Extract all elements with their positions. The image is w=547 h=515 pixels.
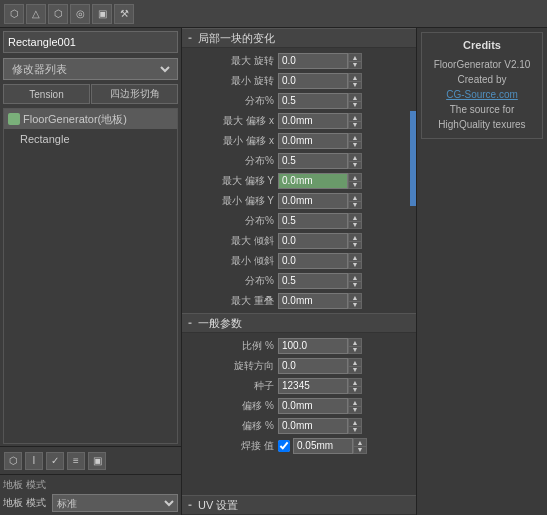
credits-body: FloorGenerator V2.10 Created by CG-Sourc… bbox=[428, 57, 536, 132]
section2-params: 比例 % ▲ ▼ 旋转方向 ▲ ▼ bbox=[182, 333, 416, 458]
spin-down-12[interactable]: ▼ bbox=[348, 301, 362, 309]
spin-up-s1[interactable]: ▲ bbox=[348, 358, 362, 366]
param-rotate-dir: 旋转方向 ▲ ▼ bbox=[188, 356, 410, 375]
spin-down-3[interactable]: ▼ bbox=[348, 121, 362, 129]
toolbar-icon-5[interactable]: ▣ bbox=[92, 4, 112, 24]
param-seed-input[interactable] bbox=[278, 378, 348, 394]
spin-down-9[interactable]: ▼ bbox=[348, 241, 362, 249]
modifier-list-select[interactable]: 修改器列表 bbox=[8, 62, 173, 76]
param-min-tilt-label: 最小 倾斜 bbox=[188, 254, 278, 268]
param-max-tilt-input[interactable] bbox=[278, 233, 348, 249]
toolbar-icon-4[interactable]: ◎ bbox=[70, 4, 90, 24]
modifier-list-dropdown[interactable]: 修改器列表 bbox=[3, 58, 178, 80]
toolbar-icon-1[interactable]: ⬡ bbox=[4, 4, 24, 24]
section3-collapse: - bbox=[188, 498, 192, 512]
param-dist-pct-3-input[interactable] bbox=[278, 213, 348, 229]
spin-up-12[interactable]: ▲ bbox=[348, 293, 362, 301]
spin-down-2[interactable]: ▼ bbox=[348, 101, 362, 109]
spin-down-11[interactable]: ▼ bbox=[348, 281, 362, 289]
spin-up-7[interactable]: ▲ bbox=[348, 193, 362, 201]
spin-down-10[interactable]: ▼ bbox=[348, 261, 362, 269]
param-rotate-dir-wrap: ▲ ▼ bbox=[278, 358, 410, 374]
bottom-icon-3[interactable]: ✓ bbox=[46, 452, 64, 470]
spin-down-7[interactable]: ▼ bbox=[348, 201, 362, 209]
param-dist-pct-1-wrap: ▲ ▼ bbox=[278, 93, 410, 109]
floor-mode-label-text: 地板 模式 bbox=[3, 496, 48, 510]
object-name-bar[interactable] bbox=[3, 31, 178, 53]
spin-down-weld[interactable]: ▼ bbox=[353, 446, 367, 454]
param-dist-pct-2: 分布% ▲ ▼ bbox=[188, 151, 410, 170]
param-max-offset-x-input[interactable] bbox=[278, 113, 348, 129]
spin-up-5[interactable]: ▲ bbox=[348, 153, 362, 161]
spin-up-s3[interactable]: ▲ bbox=[348, 398, 362, 406]
toolbar-icon-2[interactable]: △ bbox=[26, 4, 46, 24]
spin-up-1[interactable]: ▲ bbox=[348, 73, 362, 81]
tab-quad-chamfer[interactable]: 四边形切角 bbox=[91, 84, 178, 104]
param-dist-pct-3-wrap: ▲ ▼ bbox=[278, 213, 410, 229]
tab-tension[interactable]: Tension bbox=[3, 84, 90, 104]
spin-down-s4[interactable]: ▼ bbox=[348, 426, 362, 434]
section1-header[interactable]: - 局部一块的变化 bbox=[182, 28, 416, 48]
param-max-rotate-input[interactable] bbox=[278, 53, 348, 69]
floor-mode-select[interactable]: 标准 bbox=[52, 494, 178, 512]
param-offset-pct-1-input[interactable] bbox=[278, 398, 348, 414]
param-dist-pct-4-input[interactable] bbox=[278, 273, 348, 289]
section3-title: UV 设置 bbox=[198, 498, 238, 513]
modifier-floor-generator[interactable]: FloorGenerator(地板) bbox=[4, 109, 177, 129]
spin-up-4[interactable]: ▲ bbox=[348, 133, 362, 141]
param-scale-pct-input[interactable] bbox=[278, 338, 348, 354]
bottom-icon-2[interactable]: I bbox=[25, 452, 43, 470]
spin-down-s1[interactable]: ▼ bbox=[348, 366, 362, 374]
spin-down-s3[interactable]: ▼ bbox=[348, 406, 362, 414]
param-min-rotate-label: 最小 旋转 bbox=[188, 74, 278, 88]
spin-down-1[interactable]: ▼ bbox=[348, 81, 362, 89]
spin-down-s2[interactable]: ▼ bbox=[348, 386, 362, 394]
credits-link[interactable]: CG-Source.com bbox=[428, 87, 536, 102]
spin-up-s2[interactable]: ▲ bbox=[348, 378, 362, 386]
param-max-offset-x: 最大 偏移 x ▲ ▼ bbox=[188, 111, 410, 130]
param-max-overlap-input[interactable] bbox=[278, 293, 348, 309]
param-dist-pct-2-input[interactable] bbox=[278, 153, 348, 169]
param-min-tilt-input[interactable] bbox=[278, 253, 348, 269]
spin-up-6[interactable]: ▲ bbox=[348, 173, 362, 181]
bottom-icon-4[interactable]: ≡ bbox=[67, 452, 85, 470]
object-name-input[interactable] bbox=[8, 36, 128, 48]
bottom-icon-5[interactable]: ▣ bbox=[88, 452, 106, 470]
modifier-list-area: FloorGenerator(地板) Rectangle bbox=[3, 108, 178, 444]
param-min-offset-y-input[interactable] bbox=[278, 193, 348, 209]
section2-header[interactable]: - 一般参数 bbox=[182, 313, 416, 333]
param-weld-input[interactable] bbox=[293, 438, 353, 454]
modifier-rectangle[interactable]: Rectangle bbox=[4, 129, 177, 149]
spin-up-10[interactable]: ▲ bbox=[348, 253, 362, 261]
param-max-offset-y-input[interactable] bbox=[278, 173, 348, 189]
param-dist-pct-1-input[interactable] bbox=[278, 93, 348, 109]
section3-header[interactable]: - UV 设置 bbox=[182, 495, 416, 515]
spin-up-2[interactable]: ▲ bbox=[348, 93, 362, 101]
spin-up-weld[interactable]: ▲ bbox=[353, 438, 367, 446]
spin-down-5[interactable]: ▼ bbox=[348, 161, 362, 169]
bottom-icon-1[interactable]: ⬡ bbox=[4, 452, 22, 470]
toolbar-icon-3[interactable]: ⬡ bbox=[48, 4, 68, 24]
spin-down-8[interactable]: ▼ bbox=[348, 221, 362, 229]
spin-down-s0[interactable]: ▼ bbox=[348, 346, 362, 354]
param-weld-checkbox[interactable] bbox=[278, 440, 290, 452]
param-min-offset-x-input[interactable] bbox=[278, 133, 348, 149]
param-max-offset-y: 最大 偏移 Y ▲ ▼ bbox=[188, 171, 410, 190]
spin-up-9[interactable]: ▲ bbox=[348, 233, 362, 241]
toolbar-icon-6[interactable]: ⚒ bbox=[114, 4, 134, 24]
top-toolbar: ⬡ △ ⬡ ◎ ▣ ⚒ bbox=[0, 0, 547, 28]
spin-up-0[interactable]: ▲ bbox=[348, 53, 362, 61]
section1-title: 局部一块的变化 bbox=[198, 31, 275, 46]
spin-up-11[interactable]: ▲ bbox=[348, 273, 362, 281]
spin-down-4[interactable]: ▼ bbox=[348, 141, 362, 149]
spin-up-s4[interactable]: ▲ bbox=[348, 418, 362, 426]
param-offset-pct-2-input[interactable] bbox=[278, 418, 348, 434]
param-rotate-dir-input[interactable] bbox=[278, 358, 348, 374]
spin-up-3[interactable]: ▲ bbox=[348, 113, 362, 121]
spin-up-8[interactable]: ▲ bbox=[348, 213, 362, 221]
spin-down-6[interactable]: ▼ bbox=[348, 181, 362, 189]
param-min-rotate-input[interactable] bbox=[278, 73, 348, 89]
spin-down-0[interactable]: ▼ bbox=[348, 61, 362, 69]
spin-up-s0[interactable]: ▲ bbox=[348, 338, 362, 346]
section1-body: 最大 旋转 ▲ ▼ 最小 旋转 ▲ bbox=[182, 48, 416, 313]
